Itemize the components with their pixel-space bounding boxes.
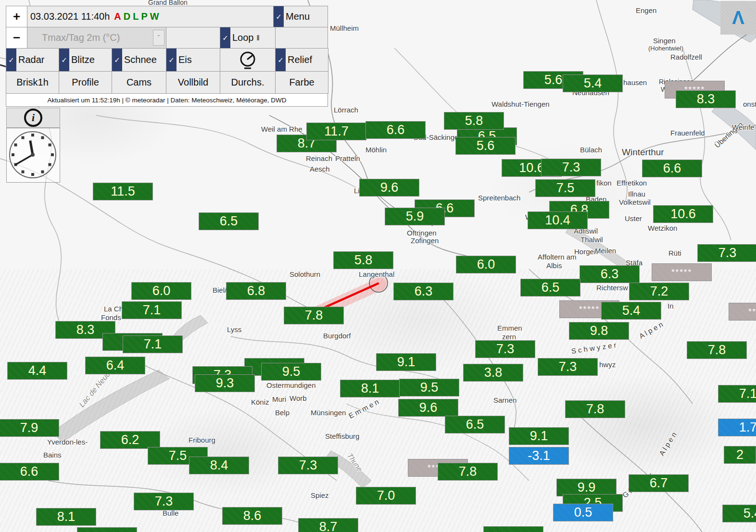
station-temp-label[interactable]: 7.0 (356, 487, 416, 505)
button-cams[interactable]: Cams (112, 71, 166, 94)
station-temp-label[interactable]: 8.7 (298, 518, 358, 532)
station-temp-label[interactable]: 5.4 (601, 302, 661, 320)
station-temp-label[interactable]: 0.5 (553, 504, 613, 521)
station-temp-label[interactable]: 4.4 (7, 362, 67, 380)
mode-letter-a[interactable]: A (114, 11, 121, 22)
station-temp-label[interactable]: 6.7 (629, 474, 689, 492)
station-temp-label[interactable]: 7.3 (538, 358, 598, 376)
station-temp-label[interactable]: 5.4 (722, 505, 756, 522)
station-temp-label[interactable]: 7.3 (541, 159, 601, 176)
station-temp-label[interactable]: 5.4 (563, 74, 623, 92)
mode-letter-d[interactable]: D (124, 11, 130, 22)
station-temp-label[interactable]: 5.6 (455, 137, 516, 155)
chevron-down-icon[interactable]: ˇ (153, 30, 164, 46)
station-temp-label[interactable]: -3.1 (509, 447, 569, 465)
layer-select-dropdown[interactable]: Tmax/Tag 2m (°C) ˇ (27, 27, 166, 49)
station-temp-label[interactable]: 7.3 (475, 340, 535, 358)
layer-toggle-relief[interactable]: ✓Relief (275, 48, 328, 72)
station-temp-label[interactable]: 1.7 (718, 419, 756, 436)
station-temp-label[interactable]: 7.8 (687, 341, 747, 359)
station-temp-label[interactable]: 7.3 (134, 493, 194, 510)
station-temp-label[interactable]: 2 (724, 446, 756, 464)
station-temp-label[interactable]: 6.3 (580, 265, 640, 283)
station-temp-label[interactable]: 8.4 (189, 457, 249, 474)
pause-icon[interactable]: ‖ (257, 34, 260, 42)
station-temp-label[interactable]: 7.3 (278, 457, 338, 474)
station-temp-label[interactable]: 9.1 (376, 353, 436, 371)
station-temp-label[interactable]: 8.1 (340, 380, 400, 397)
zoom-out-button[interactable]: − (6, 27, 27, 49)
station-temp-label[interactable]: 7.8 (565, 400, 625, 418)
station-temp-label[interactable]: 9.3 (195, 374, 255, 392)
station-temp-label[interactable]: 7.1 (123, 335, 183, 353)
station-temp-label[interactable]: 6.0 (456, 256, 516, 273)
mode-letter-p[interactable]: P (141, 11, 147, 22)
button-durchs[interactable]: Durchs. (220, 71, 276, 94)
station-temp-label[interactable] (483, 526, 543, 532)
relief-checkbox[interactable]: ✓ (276, 49, 286, 71)
layer-toggle-schnee[interactable]: ✓Schnee (112, 48, 166, 72)
station-temp-label[interactable]: 5.9 (385, 208, 445, 225)
station-temp-label[interactable]: 8.6 (222, 507, 282, 525)
station-temp-label[interactable]: 6.0 (131, 282, 191, 300)
schnee-checkbox[interactable]: ✓ (112, 49, 122, 71)
station-temp-label[interactable]: 8.1 (36, 508, 96, 526)
station-temp-label[interactable]: 8.3 (676, 90, 736, 108)
layer-toggle-radar[interactable]: ✓Radar (6, 48, 59, 72)
station-temp-label[interactable] (77, 527, 137, 532)
zoom-in-button[interactable]: + (6, 6, 27, 27)
station-temp-label[interactable]: 5.8 (333, 251, 393, 269)
mode-letter-w[interactable]: W (150, 11, 159, 22)
app-logo-button[interactable]: Λ (720, 1, 756, 35)
radar-checkbox[interactable]: ✓ (6, 49, 16, 71)
clock-widget[interactable] (6, 128, 60, 183)
station-temp-label[interactable]: 6.6 (642, 160, 702, 177)
button-farbe[interactable]: Farbe (275, 71, 328, 94)
station-temp-label[interactable]: 5.8 (444, 112, 504, 130)
datetime-display[interactable]: 03.03.2021 11:40h ADLPW (27, 6, 274, 27)
menu-toggle[interactable]: ✓ Menu (273, 6, 328, 27)
station-temp-label[interactable]: 7.3 (697, 244, 756, 262)
info-button[interactable]: i (6, 108, 60, 128)
loop-checkbox[interactable]: ✓ (220, 27, 230, 48)
station-temp-label[interactable]: 10.6 (653, 205, 713, 223)
station-temp-label[interactable]: 6.5 (199, 212, 259, 230)
station-temp-label[interactable]: 7.9 (0, 419, 59, 437)
station-temp-label[interactable]: 3.8 (463, 364, 523, 382)
station-temp-label[interactable]: 6.6 (365, 121, 426, 139)
button-profile[interactable]: Profile (59, 71, 112, 94)
station-temp-label[interactable]: 11.5 (93, 183, 153, 200)
station-temp-label[interactable]: 10.4 (528, 211, 588, 229)
station-temp-label[interactable]: 6.8 (226, 282, 286, 300)
station-label-masked[interactable]: ***** (729, 303, 756, 321)
station-temp-label[interactable]: 6.4 (85, 357, 145, 374)
station-temp-label[interactable]: 6.2 (100, 431, 160, 449)
eis-checkbox[interactable]: ✓ (166, 49, 176, 71)
blitze-checkbox[interactable]: ✓ (59, 49, 69, 71)
station-temp-label[interactable]: 9.5 (399, 379, 459, 396)
station-temp-label[interactable]: 6.5 (520, 279, 580, 297)
station-temp-label[interactable]: 6.3 (393, 283, 454, 300)
mode-letter-l[interactable]: L (133, 11, 139, 22)
station-temp-label[interactable]: 11.7 (306, 123, 366, 140)
station-temp-label[interactable]: 6.5 (445, 416, 505, 433)
station-temp-label[interactable]: 7.8 (438, 463, 498, 481)
station-temp-label[interactable]: 9.6 (359, 179, 419, 197)
station-temp-label[interactable]: 7.8 (284, 307, 344, 324)
menu-checkbox[interactable]: ✓ (274, 6, 284, 27)
station-temp-label[interactable]: 7.2 (629, 283, 689, 300)
button-brisk1h[interactable]: Brisk1h (6, 71, 59, 94)
station-temp-label[interactable]: 7.1 (122, 301, 182, 319)
station-temp-label[interactable]: 7.1 (718, 385, 756, 403)
station-temp-label[interactable]: 6.6 (0, 463, 59, 481)
station-temp-label[interactable]: 7.5 (535, 179, 595, 197)
loop-toggle[interactable]: ✓ Loop ‖ (220, 27, 276, 49)
layer-toggle-eis[interactable]: ✓Eis (166, 48, 220, 72)
gauge-button[interactable] (220, 48, 276, 72)
station-label-masked[interactable]: ***** (652, 263, 712, 281)
button-vollbild[interactable]: Vollbild (166, 71, 220, 94)
station-temp-label[interactable]: 9.8 (569, 322, 629, 340)
station-temp-label[interactable]: 9.6 (398, 399, 458, 417)
station-temp-label[interactable]: 9.5 (261, 363, 321, 381)
station-temp-label[interactable]: 9.1 (509, 427, 569, 445)
